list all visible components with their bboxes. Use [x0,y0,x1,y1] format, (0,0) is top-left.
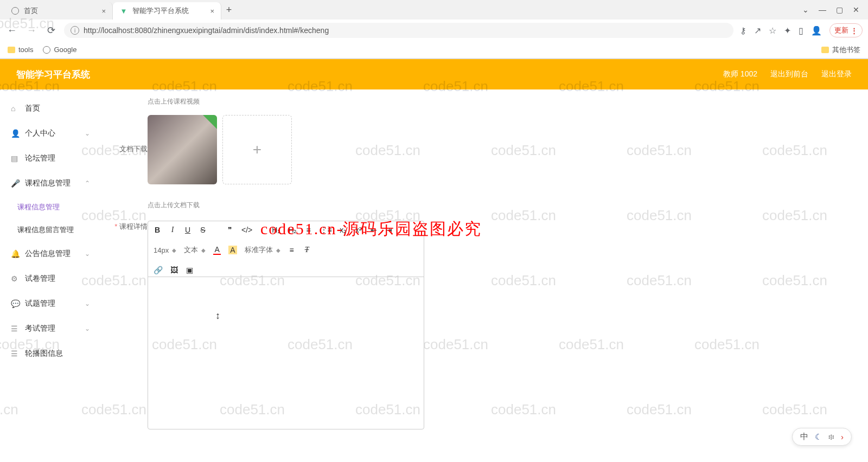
sidebar-item-forum[interactable]: ▤ 论坛管理 [0,146,101,171]
chevron-right-icon[interactable]: › [841,432,844,441]
reload-icon[interactable]: ⟳ [44,24,58,36]
folder-icon [8,47,15,53]
image-button[interactable]: 🖼 [170,266,178,274]
user-label[interactable]: 教师 1002 [723,69,757,79]
code-button[interactable]: </> [241,226,252,234]
sidebar-item-question[interactable]: 💬 试题管理 ⌄ [0,291,101,316]
underline-button[interactable]: U [184,226,192,234]
bookmark-tools[interactable]: tools [8,46,33,54]
globe-icon [43,46,50,54]
profile-icon[interactable]: 👤 [811,25,822,36]
indent-button[interactable]: ⇥ [385,226,393,234]
italic-button[interactable]: I [169,226,176,234]
vue-icon: ▼ [119,7,128,15]
font-size-select[interactable]: 14px◆ [154,246,176,254]
ime-bar[interactable]: 中 ☾ ፨ › [792,428,852,446]
h2-button[interactable]: H₂ [288,226,297,234]
close-icon[interactable]: × [210,7,214,15]
bookmark-google[interactable]: Google [43,46,76,54]
superscript-button[interactable]: x² [355,226,362,234]
sidebar-item-label: 论坛管理 [25,153,55,163]
window-controls: ⌄ — ▢ ✕ [794,5,868,14]
browser-tab-1[interactable]: ▼ 智能学习平台系统 × [113,2,221,20]
sidebar-item-label: 试卷管理 [25,274,55,284]
dots-icon[interactable]: ፨ [828,432,834,442]
font-color-button[interactable]: A [213,245,221,255]
url-input[interactable]: i http://localhost:8080/zhinengxuexiping… [64,23,733,38]
chevron-up-icon: ⌃ [85,179,90,187]
key-icon[interactable]: ⚷ [740,25,746,36]
sidebar-item-home[interactable]: ⌂ 首页 [0,96,101,121]
close-icon[interactable]: × [101,7,106,15]
upload-button[interactable]: + [222,115,292,184]
tab-title: 首页 [24,6,38,16]
info-icon[interactable]: i [71,26,79,35]
h1-button[interactable]: H₁ [272,226,280,234]
exit-frontend-link[interactable]: 退出到前台 [770,69,808,79]
bookmark-bar: tools Google 其他书签 [0,41,868,59]
sidebar-item-exam[interactable]: ☰ 考试管理 ⌄ [0,316,101,341]
sidebar-item-course[interactable]: 🎤 课程信息管理 ⌃ [0,171,101,196]
sidebar-item-profile[interactable]: 👤 个人中心 ⌄ [0,121,101,146]
align-button[interactable]: ≡ [288,246,296,254]
chevron-down-icon: ⌄ [85,325,90,332]
close-window-icon[interactable]: ✕ [853,5,859,14]
mic-icon: 🎤 [11,179,20,188]
folder-icon [821,47,829,53]
sidebar-item-carousel[interactable]: ☰ 轮播图信息 [0,341,101,366]
editor-toolbar: B I U S ❞ </> H₁ H₂ ≡ ⋮≡ x₂ x² ⇤ ⇥ [148,221,424,277]
sidebar-item-label: 考试管理 [25,324,55,333]
chevron-down-icon: ⌄ [85,250,90,258]
sidebar: ⌂ 首页 👤 个人中心 ⌄ ▤ 论坛管理 🎤 课程信息管理 ⌃ 课程信息管理 课… [0,89,101,462]
moon-icon[interactable]: ☾ [815,432,822,442]
panel-icon[interactable]: ▯ [799,25,803,36]
url-text: http://localhost:8080/zhinengxuexipingta… [84,26,329,35]
video-hint: 点击上传课程视频 [148,97,200,106]
address-bar: ← → ⟳ i http://localhost:8080/zhinengxue… [0,20,868,41]
sidebar-item-notice[interactable]: 🔔 公告信息管理 ⌄ [0,241,101,266]
outdent-button[interactable]: ⇤ [370,226,378,234]
quote-button[interactable]: ❞ [226,226,234,234]
bold-button[interactable]: B [154,226,161,234]
strike-button[interactable]: S [199,226,207,234]
book-icon: ▤ [11,154,20,163]
font-family-select[interactable]: 标准字体◆ [245,245,280,255]
new-tab-button[interactable]: + [221,4,237,16]
doc-hint: 点击上传文档下载 [148,201,200,210]
browser-tab-0[interactable]: 首页 × [4,2,113,20]
logout-link[interactable]: 退出登录 [821,69,852,79]
tab-bar: 首页 × ▼ 智能学习平台系统 × + ⌄ — ▢ ✕ [0,0,868,20]
star-icon[interactable]: ☆ [769,25,776,36]
user-icon: 👤 [11,129,20,138]
other-bookmarks[interactable]: 其他书签 [821,45,860,55]
maximize-icon[interactable]: ▢ [836,5,843,14]
list-icon: ☰ [11,349,20,358]
ordered-list-button[interactable]: ≡ [305,226,312,234]
block-select[interactable]: 文本◆ [184,245,206,255]
unordered-list-button[interactable]: ⋮≡ [320,226,332,234]
subscript-button[interactable]: x₂ [340,226,347,234]
sidebar-item-label: 试题管理 [25,299,55,309]
update-button[interactable]: 更新⋮ [829,23,863,37]
sidebar-sub-course-comment[interactable]: 课程信息留言管理 [0,219,101,241]
sidebar-item-paper[interactable]: ⚙ 试卷管理 [0,266,101,291]
doc-label: 文档下载 [112,115,148,184]
bg-color-button[interactable]: A [228,246,237,254]
sidebar-item-label: 课程信息管理 [25,178,71,188]
clear-format-button[interactable]: T [303,246,311,254]
sidebar-item-label: 公告信息管理 [25,249,71,259]
back-icon[interactable]: ← [5,25,18,36]
video-button[interactable]: ▣ [186,266,193,274]
extension-icon[interactable]: ✦ [784,25,791,36]
sidebar-sub-course-info[interactable]: 课程信息管理 [0,196,101,219]
header-right: 教师 1002 退出到前台 退出登录 [723,69,852,79]
link-button[interactable]: 🔗 [154,266,163,274]
share-icon[interactable]: ↗ [754,25,761,36]
thumbnail-image[interactable] [148,115,217,184]
ime-mode[interactable]: 中 [800,432,808,442]
minimize-icon[interactable]: — [819,5,826,14]
editor-content[interactable] [148,277,424,429]
chat-icon: 💬 [11,299,20,308]
chevron-down-icon[interactable]: ⌄ [802,5,809,14]
forward-icon[interactable]: → [25,25,38,36]
